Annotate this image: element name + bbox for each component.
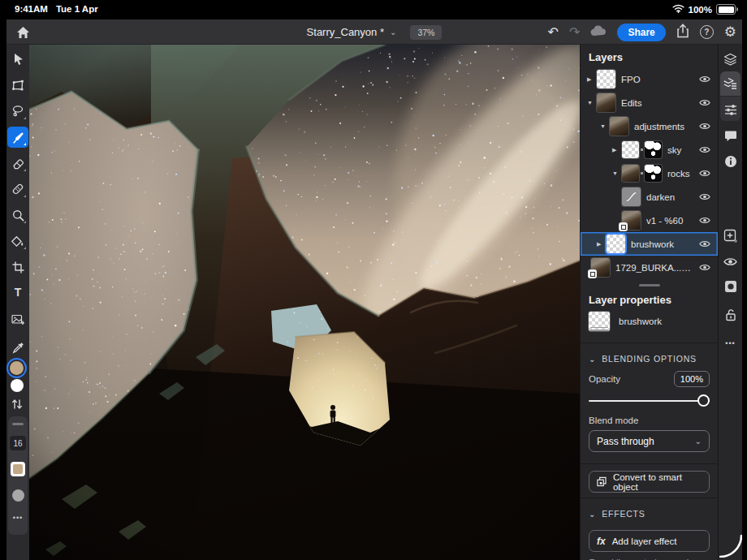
undo-button[interactable]: ↶ bbox=[548, 26, 559, 39]
add-layer-button[interactable] bbox=[720, 226, 741, 245]
layer-row-edits[interactable]: ▼ Edits bbox=[581, 91, 718, 114]
effects-section-header[interactable]: ⌄ EFFECTS bbox=[581, 502, 718, 523]
eyedropper-tool[interactable] bbox=[7, 337, 28, 358]
export-icon[interactable] bbox=[676, 24, 689, 41]
layer-thumbnail[interactable] bbox=[622, 141, 639, 158]
transform-tool[interactable] bbox=[7, 75, 28, 96]
eraser-tool[interactable] bbox=[7, 153, 28, 174]
visibility-button[interactable] bbox=[720, 252, 741, 271]
layer-row-v1[interactable]: v1 - %60 bbox=[581, 209, 718, 232]
layer-mask-thumbnail[interactable] bbox=[645, 165, 662, 182]
layer-row-rocks[interactable]: ▼ rocks bbox=[581, 162, 718, 185]
smart-object-thumbnail[interactable] bbox=[622, 211, 641, 230]
add-mask-button[interactable] bbox=[720, 277, 741, 296]
layer-row-1729-burka[interactable]: 1729_BURKA...anced-NR33 bbox=[581, 256, 718, 279]
layer-thumbnail[interactable] bbox=[597, 93, 615, 112]
taskbar-more-button[interactable]: ••• bbox=[720, 334, 741, 353]
layer-thumbnail[interactable] bbox=[597, 70, 615, 88]
device-corner-arc bbox=[719, 535, 742, 558]
selected-layer-thumbnail bbox=[589, 312, 610, 331]
add-layer-effect-button[interactable]: fx Add layer effect bbox=[589, 530, 710, 552]
layer-row-darken[interactable]: darken bbox=[581, 185, 718, 209]
blend-mode-dropdown[interactable]: Pass through ⌄ bbox=[589, 430, 710, 452]
mask-link-icon bbox=[641, 149, 643, 151]
settings-gear-button[interactable]: ⚙ bbox=[724, 25, 736, 39]
redo-button[interactable]: ↷ bbox=[569, 26, 580, 39]
photoshop-ipad-app: { "status_bar": { "time": "9:41AM", "dat… bbox=[0, 0, 747, 560]
expander-icon[interactable]: ▶ bbox=[597, 241, 607, 248]
layer-visibility-eye-icon[interactable] bbox=[699, 122, 710, 131]
layer-thumbnail[interactable] bbox=[610, 117, 628, 136]
unlock-button[interactable] bbox=[720, 305, 741, 325]
battery-percent: 100% bbox=[689, 5, 712, 15]
slider-handle[interactable] bbox=[697, 394, 710, 407]
panel-drag-handle[interactable] bbox=[639, 284, 660, 286]
blending-options-section-header[interactable]: ⌄ BLENDING OPTIONS bbox=[581, 347, 718, 368]
slider-track[interactable] bbox=[589, 400, 710, 402]
zoom-level-badge[interactable]: 37% bbox=[410, 25, 442, 40]
layer-visibility-eye-icon[interactable] bbox=[699, 239, 710, 248]
layer-properties-panel-button[interactable] bbox=[720, 74, 741, 93]
layer-visibility-eye-icon[interactable] bbox=[699, 169, 710, 178]
title-chevron-icon[interactable]: ⌄ bbox=[390, 28, 396, 37]
convert-to-smart-object-button[interactable]: Convert to smart object bbox=[589, 471, 710, 493]
layers-panel-title: Layers bbox=[581, 45, 718, 67]
layer-visibility-eye-icon[interactable] bbox=[699, 263, 710, 272]
toolbar-more-button[interactable]: ••• bbox=[8, 514, 28, 522]
document-canvas[interactable] bbox=[29, 45, 580, 560]
curves-adjustment-thumbnail[interactable] bbox=[622, 187, 641, 206]
brush-opacity-control[interactable] bbox=[12, 489, 24, 502]
background-color-well[interactable] bbox=[11, 379, 24, 392]
expander-icon[interactable]: ▶ bbox=[612, 147, 622, 153]
opacity-value-field[interactable]: 100% bbox=[674, 371, 710, 387]
layers-panel-button[interactable] bbox=[720, 50, 741, 69]
share-button[interactable]: Share bbox=[617, 24, 665, 41]
layer-visibility-eye-icon[interactable] bbox=[699, 98, 710, 107]
app-bar: Starry_Canyon * ⌄ 37% ↶ ↷ Share ? ⚙ bbox=[6, 19, 742, 45]
layer-row-brushwork-selected[interactable]: ▶ brushwork bbox=[581, 232, 718, 256]
layer-row-fpo[interactable]: ▶ FPO bbox=[581, 67, 718, 91]
help-button[interactable]: ? bbox=[700, 25, 714, 39]
selected-layer-summary: brushwork bbox=[581, 311, 718, 338]
layer-row-adjustments[interactable]: ▼ adjustments bbox=[581, 114, 718, 138]
layer-row-sky[interactable]: ▶ sky bbox=[581, 138, 718, 162]
type-tool[interactable]: T bbox=[7, 282, 28, 303]
comments-button[interactable] bbox=[720, 126, 741, 145]
opacity-slider[interactable] bbox=[589, 394, 710, 407]
expander-icon[interactable]: ▼ bbox=[612, 170, 622, 176]
info-button[interactable] bbox=[720, 152, 741, 171]
smart-object-badge-icon bbox=[619, 222, 628, 231]
divider bbox=[581, 463, 718, 464]
lasso-select-tool[interactable] bbox=[7, 101, 28, 122]
clock: 9:41AM bbox=[15, 4, 48, 14]
layer-visibility-eye-icon[interactable] bbox=[699, 192, 710, 201]
smart-object-icon bbox=[597, 476, 607, 487]
layer-visibility-eye-icon[interactable] bbox=[699, 145, 710, 154]
brush-size-field[interactable]: 16 bbox=[10, 436, 26, 450]
swap-colors-icon[interactable] bbox=[11, 398, 24, 413]
crop-tool[interactable] bbox=[7, 256, 28, 278]
place-photo-tool[interactable] bbox=[7, 308, 28, 330]
healing-brush-tool[interactable] bbox=[7, 179, 28, 200]
fill-tool[interactable] bbox=[7, 230, 28, 252]
expander-icon[interactable]: ▼ bbox=[600, 123, 610, 129]
expander-icon[interactable]: ▶ bbox=[587, 76, 597, 83]
foreground-color-well[interactable] bbox=[10, 361, 24, 375]
effects-hint-text: Try adding a stroke or a drop shadow. bbox=[581, 557, 718, 560]
brush-tool[interactable] bbox=[7, 127, 28, 148]
layer-thumbnail[interactable] bbox=[622, 165, 639, 182]
layer-mask-thumbnail[interactable] bbox=[645, 141, 662, 158]
smart-object-badge-icon bbox=[588, 269, 597, 278]
zoom-tool[interactable] bbox=[7, 205, 28, 226]
brush-color-swatch[interactable] bbox=[11, 462, 25, 476]
layer-visibility-eye-icon[interactable] bbox=[699, 216, 710, 225]
drag-handle[interactable] bbox=[12, 423, 24, 425]
layer-visibility-eye-icon[interactable] bbox=[699, 75, 710, 84]
smart-object-thumbnail[interactable] bbox=[591, 258, 610, 277]
cloud-sync-icon[interactable] bbox=[590, 25, 607, 40]
adjustments-panel-button[interactable] bbox=[720, 100, 741, 119]
expander-icon[interactable]: ▼ bbox=[587, 100, 597, 106]
move-tool[interactable] bbox=[7, 49, 28, 70]
blend-mode-label: Blend mode bbox=[581, 410, 718, 430]
layer-thumbnail[interactable] bbox=[607, 235, 625, 253]
